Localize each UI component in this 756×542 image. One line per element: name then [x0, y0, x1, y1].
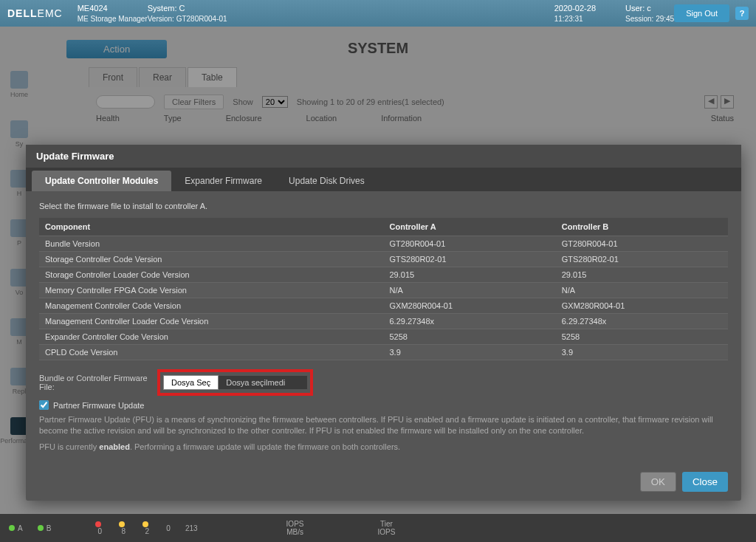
tab-update-disk[interactable]: Update Disk Drives	[275, 171, 378, 191]
brand-logo: DELLEMC	[7, 7, 63, 19]
th-controller-b: Controller B	[556, 218, 728, 236]
table-row: Storage Controller Code VersionGTS280R02…	[39, 252, 728, 267]
system-block: System: C Version: GT280R004-01	[148, 3, 227, 23]
footer-stat: 8	[119, 521, 128, 535]
modal-tabs: Update Controller Modules Expander Firmw…	[26, 168, 741, 191]
signout-button[interactable]: Sign Out	[674, 4, 729, 22]
pfu-status-text: PFU is currently enabled. Performing a f…	[39, 442, 728, 453]
tab-expander-firmware[interactable]: Expander Firmware	[171, 171, 275, 191]
file-label: Bundle or Controller Firmware File:	[39, 374, 150, 391]
error-icon	[95, 521, 101, 527]
firmware-table: Component Controller A Controller B Bund…	[39, 218, 728, 360]
file-choose-button[interactable]: Dosya Seç	[163, 375, 219, 390]
ok-button[interactable]: OK	[640, 472, 676, 492]
modal-title: Update Firmware	[26, 145, 741, 168]
table-row: Management Controller Code VersionGXM280…	[39, 298, 728, 314]
close-button[interactable]: Close	[682, 472, 728, 492]
help-icon[interactable]: ?	[735, 7, 749, 20]
footer-b: B	[38, 524, 52, 532]
file-input-highlight: Dosya Seç Dosya seçilmedi	[157, 369, 313, 396]
footer-stat: 2	[142, 521, 151, 535]
th-controller-a: Controller A	[384, 218, 556, 236]
status-dot-green-icon	[9, 525, 15, 531]
pfu-label: Partner Firmware Update	[53, 401, 145, 410]
footer-stat: 0	[95, 521, 104, 535]
table-row: Management Controller Loader Code Versio…	[39, 314, 728, 329]
table-row: Memory Controller FPGA Code VersionN/AN/…	[39, 283, 728, 298]
instruction-text: Select the firmware file to install to c…	[39, 202, 728, 210]
tab-update-controller[interactable]: Update Controller Modules	[32, 171, 171, 191]
footer-iops: IOPSMB/s	[286, 520, 304, 536]
footer-a: A	[9, 524, 23, 532]
product-block: ME4024 ME Storage Manager	[78, 3, 148, 23]
table-row: Bundle VersionGT280R004-01GT280R004-01	[39, 236, 728, 252]
warning-icon	[119, 521, 125, 527]
table-row: Expander Controller Code Version52585258	[39, 329, 728, 345]
th-component: Component	[39, 218, 384, 236]
datetime-block: 2020-02-28 11:23:31	[554, 3, 596, 23]
footer-stat: 0	[166, 524, 171, 532]
footer-stat: 213	[185, 524, 198, 532]
app-header: DELLEMC ME4024 ME Storage Manager System…	[0, 0, 756, 27]
update-firmware-modal: Update Firmware Update Controller Module…	[26, 145, 741, 501]
pfu-description: Partner Firmware Update (PFU) is a means…	[39, 414, 728, 437]
warning-icon	[142, 521, 148, 527]
table-row: CPLD Code Version3.93.9	[39, 345, 728, 360]
footer-bar: A B 0 8 2 0 213 IOPSMB/s TierIOPS	[0, 514, 756, 542]
footer-tier: TierIOPS	[378, 520, 396, 536]
pfu-checkbox[interactable]	[39, 400, 49, 410]
user-block: User: c Session: 29:45	[625, 3, 674, 23]
status-dot-green-icon	[38, 525, 44, 531]
file-status-text: Dosya seçilmedi	[219, 376, 307, 389]
table-row: Storage Controller Loader Code Version29…	[39, 267, 728, 283]
